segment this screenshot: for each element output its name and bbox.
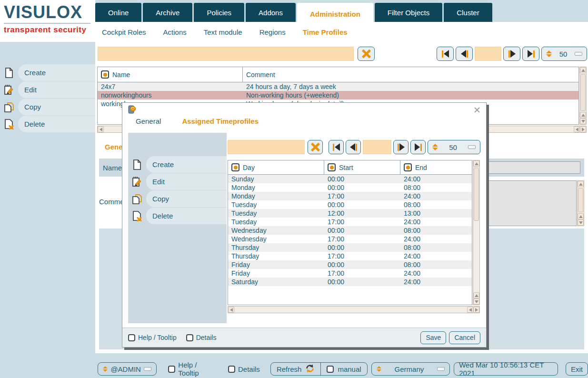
timeprofile-row[interactable]: Tuesday17:0024:00: [228, 218, 472, 226]
timeprofile-row[interactable]: Friday17:0024:00: [228, 269, 472, 278]
dialog-next-page-button[interactable]: [393, 140, 409, 154]
help-tooltip-checkbox[interactable]: [168, 366, 175, 373]
tab-policies[interactable]: Policies: [194, 3, 244, 22]
exit-button[interactable]: Exit: [566, 362, 588, 376]
dialog-prev-page-button[interactable]: [346, 140, 361, 154]
dialog-create-button[interactable]: Create: [128, 156, 227, 173]
statusbar-help-tooltip-toggle[interactable]: Help / Tooltip: [168, 361, 219, 377]
subtab-text-module[interactable]: Text module: [204, 28, 242, 36]
page-size-select[interactable]: 50: [541, 47, 587, 61]
subtab-time-profiles[interactable]: Time Profiles: [303, 28, 348, 36]
scroll-left-button[interactable]: [574, 126, 580, 132]
page-number-input[interactable]: [475, 47, 501, 61]
dialog-table-horizontal-scrollbar[interactable]: [228, 306, 480, 313]
tab-filter-objects[interactable]: Filter Objects: [375, 3, 442, 22]
cancel-button[interactable]: Cancel: [449, 331, 480, 344]
clear-search-button[interactable]: [358, 47, 375, 61]
first-page-button[interactable]: [437, 47, 454, 61]
copy-button[interactable]: Copy: [0, 99, 95, 115]
scroll-up-button[interactable]: [578, 213, 584, 219]
scroll-up-button[interactable]: [473, 160, 479, 167]
scroll-down-button[interactable]: [580, 118, 586, 124]
manual-checkbox[interactable]: [327, 366, 334, 373]
column-header-name[interactable]: Name: [98, 67, 243, 82]
dialog-table-vertical-scrollbar[interactable]: [473, 160, 480, 305]
dialog-edit-button[interactable]: Edit: [128, 173, 227, 190]
user-select[interactable]: @ADMIN: [98, 362, 157, 376]
timeprofile-row[interactable]: Thursday00:0008:00: [228, 243, 472, 252]
timeprofile-row[interactable]: Monday17:0024:00: [228, 192, 472, 200]
details-checkbox[interactable]: [228, 366, 235, 373]
scroll-right-button[interactable]: [580, 126, 586, 132]
save-button[interactable]: Save: [420, 331, 446, 344]
subtab-cockpit-roles[interactable]: Cockpit Roles: [102, 28, 146, 36]
scroll-up-button[interactable]: [580, 112, 586, 118]
sort-indicator-icon[interactable]: [404, 163, 412, 171]
manual-toggle[interactable]: manual: [320, 363, 367, 375]
dialog-tab-general[interactable]: General: [136, 117, 161, 125]
timeprofile-row[interactable]: Wednesday00:0008:00: [228, 226, 472, 235]
edit-button[interactable]: Edit: [0, 81, 95, 98]
tab-online[interactable]: Online: [95, 3, 141, 22]
help-tooltip-checkbox[interactable]: [128, 334, 135, 341]
dialog-details-toggle[interactable]: Details: [186, 334, 217, 341]
dialog-delete-button[interactable]: Delete: [128, 208, 227, 224]
scroll-up-button[interactable]: [580, 67, 586, 73]
dialog-search-input[interactable]: [228, 140, 305, 154]
dialog-last-page-button[interactable]: [410, 140, 426, 154]
search-input[interactable]: [98, 47, 354, 61]
column-header-end[interactable]: End: [400, 160, 472, 174]
column-header-day[interactable]: Day: [228, 160, 324, 174]
dialog-clear-search-button[interactable]: [308, 140, 323, 154]
dialog-page-number-input[interactable]: [363, 140, 391, 154]
subtab-actions[interactable]: Actions: [163, 28, 187, 36]
scrollbar-thumb[interactable]: [578, 188, 583, 212]
refresh-button[interactable]: Refresh: [271, 363, 321, 375]
last-page-button[interactable]: [522, 47, 539, 61]
scroll-left-button[interactable]: [98, 126, 104, 132]
scrollbar-thumb[interactable]: [580, 74, 586, 111]
details-checkbox[interactable]: [186, 334, 193, 341]
timeprofile-row[interactable]: Monday00:0008:00: [228, 183, 472, 192]
timeprofile-row[interactable]: Wednesday17:0024:00: [228, 235, 472, 243]
language-select[interactable]: Germany: [371, 362, 450, 376]
scrollbar-thumb[interactable]: [474, 168, 479, 221]
statusbar-details-toggle[interactable]: Details: [228, 365, 260, 373]
scroll-down-button[interactable]: [473, 298, 479, 305]
timeprofile-row[interactable]: Tuesday12:0013:00: [228, 209, 472, 218]
timeprofile-row[interactable]: Friday00:0008:00: [228, 260, 472, 269]
column-header-start[interactable]: Start: [324, 160, 400, 174]
table-vertical-scrollbar[interactable]: [579, 67, 587, 125]
tab-cluster[interactable]: Cluster: [444, 3, 492, 22]
sort-indicator-icon[interactable]: [328, 163, 336, 171]
subtab-regions[interactable]: Regions: [259, 28, 286, 36]
column-header-comment[interactable]: Comment: [243, 67, 578, 82]
scroll-left-button[interactable]: [228, 307, 234, 313]
prev-page-button[interactable]: [456, 47, 473, 61]
scroll-right-button[interactable]: [473, 307, 479, 313]
scroll-up-button[interactable]: [578, 181, 584, 187]
table-row[interactable]: 24x7 24 hours a day, 7 days a week: [98, 82, 578, 91]
dialog-tab-assigned-timeprofiles[interactable]: Assigned Timeprofiles: [182, 117, 259, 125]
dialog-help-tooltip-toggle[interactable]: Help / Tooltip: [128, 334, 177, 341]
close-icon[interactable]: [474, 107, 480, 113]
tab-addons[interactable]: Addons: [246, 3, 296, 22]
create-button[interactable]: Create: [0, 64, 95, 81]
scroll-left-button[interactable]: [467, 307, 473, 313]
scroll-down-button[interactable]: [578, 219, 584, 226]
sort-indicator-icon[interactable]: [101, 70, 109, 79]
sort-indicator-icon[interactable]: [231, 163, 239, 171]
dialog-first-page-button[interactable]: [329, 140, 344, 154]
timeprofile-row[interactable]: Thursday17:0024:00: [228, 252, 472, 260]
timeprofile-row[interactable]: Sunday00:0024:00: [228, 175, 472, 183]
timeprofile-row[interactable]: Saturday00:0024:00: [228, 278, 472, 286]
dialog-page-size-select[interactable]: 50: [428, 140, 480, 154]
timeprofile-row[interactable]: Tuesday00:0008:00: [228, 200, 472, 209]
comment-scrollbar[interactable]: [577, 180, 584, 226]
delete-button[interactable]: Delete: [0, 116, 95, 132]
scroll-up-button[interactable]: [473, 292, 479, 298]
tab-archive[interactable]: Archive: [143, 3, 192, 22]
dialog-copy-button[interactable]: Copy: [128, 190, 227, 207]
table-row-selected[interactable]: nonworkinghours Non-working hours (+week…: [98, 91, 578, 99]
next-page-button[interactable]: [503, 47, 520, 61]
